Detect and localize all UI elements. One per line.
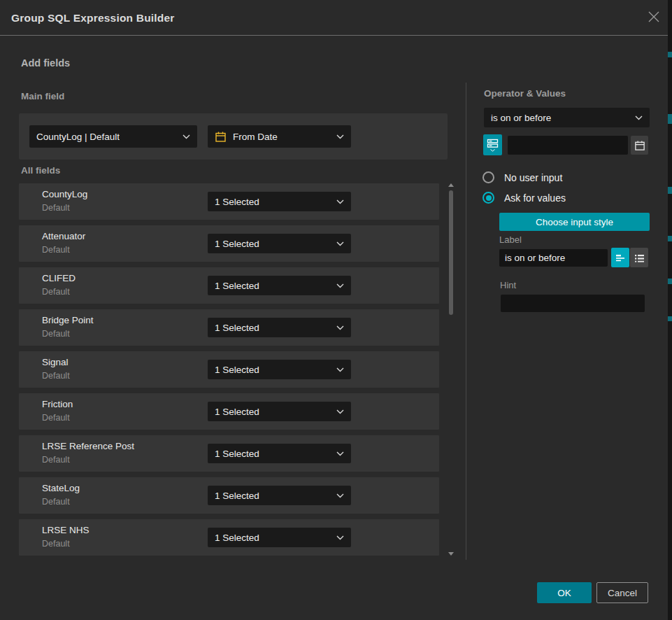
ok-button[interactable]: OK	[537, 582, 592, 603]
field-type: Default	[42, 497, 70, 507]
field-name: Signal	[42, 357, 69, 367]
field-selected-dropdown-value: 1 Selected	[215, 239, 259, 249]
chevron-down-icon	[336, 325, 344, 330]
chevron-down-icon	[336, 134, 344, 139]
operator-dropdown-value: is on or before	[491, 113, 551, 123]
field-row: LRSE Reference Post Default 1 Selected	[19, 435, 439, 472]
main-date-field-dropdown[interactable]: From Date	[208, 125, 351, 148]
field-selected-dropdown[interactable]: 1 Selected	[208, 528, 351, 547]
field-selected-dropdown[interactable]: 1 Selected	[208, 360, 351, 379]
scroll-up-arrow-icon[interactable]	[448, 183, 454, 187]
scroll-down-arrow-icon[interactable]	[448, 552, 454, 556]
value-date-picker-button[interactable]	[631, 136, 648, 155]
label-input[interactable]	[499, 249, 608, 267]
field-row: StateLog Default 1 Selected	[19, 477, 439, 514]
hint-input[interactable]	[501, 295, 645, 312]
fields-list-scrollbar[interactable]	[445, 181, 457, 558]
field-type: Default	[42, 413, 70, 423]
add-fields-heading: Add fields	[21, 57, 70, 69]
field-name: Attenuator	[42, 231, 85, 241]
field-name: Friction	[42, 399, 73, 409]
list-icon	[634, 253, 645, 263]
chevron-down-icon	[183, 134, 190, 139]
calendar-icon	[634, 140, 645, 151]
field-name: Bridge Point	[42, 315, 94, 325]
radio-no-user-input[interactable]: No user input	[482, 171, 562, 183]
chevron-down-icon	[336, 241, 344, 246]
chevron-down-icon	[336, 199, 344, 204]
field-name: LRSE NHS	[42, 525, 90, 535]
radio-ask-for-values[interactable]: Ask for values	[482, 192, 566, 204]
main-dataset-dropdown[interactable]: CountyLog | Default	[29, 125, 197, 148]
field-selected-dropdown-value: 1 Selected	[215, 407, 259, 417]
chevron-down-icon	[336, 409, 344, 414]
label-style-single-button[interactable]	[611, 248, 629, 267]
label-field-label: Label	[499, 234, 522, 245]
field-row: CLIFED Default 1 Selected	[19, 267, 439, 304]
field-type: Default	[42, 203, 70, 213]
field-type: Default	[42, 329, 70, 339]
field-selected-dropdown[interactable]: 1 Selected	[208, 486, 351, 505]
label-style-list-button[interactable]	[630, 248, 648, 267]
field-row: Attenuator Default 1 Selected	[19, 225, 439, 262]
field-selected-dropdown-value: 1 Selected	[215, 365, 259, 375]
all-fields-label: All fields	[21, 165, 60, 176]
field-selected-dropdown[interactable]: 1 Selected	[208, 234, 351, 253]
field-selected-dropdown[interactable]: 1 Selected	[208, 444, 351, 463]
chevron-down-icon	[635, 115, 643, 120]
field-selected-dropdown[interactable]: 1 Selected	[208, 192, 351, 211]
dialog-titlebar: Group SQL Expression Builder	[0, 0, 672, 36]
field-row: CountyLog Default 1 Selected	[19, 183, 439, 220]
cancel-button[interactable]: Cancel	[596, 582, 648, 603]
field-type: Default	[42, 455, 70, 465]
field-type: Default	[42, 245, 70, 255]
main-field-label: Main field	[21, 91, 64, 101]
background-app-edge	[668, 0, 672, 620]
field-selected-dropdown-value: 1 Selected	[215, 533, 259, 543]
field-name: LRSE Reference Post	[42, 441, 134, 451]
align-left-icon	[615, 253, 626, 263]
main-field-panel: CountyLog | Default From Date	[19, 113, 448, 160]
field-row: LRSE NHS Default 1 Selected	[19, 519, 439, 556]
chevron-down-icon	[336, 535, 344, 540]
field-row: Signal Default 1 Selected	[19, 351, 439, 388]
chevron-down-icon	[336, 451, 344, 456]
radio-no-user-input-label: No user input	[504, 172, 562, 183]
main-date-field-dropdown-value: From Date	[233, 132, 278, 142]
field-name: CLIFED	[42, 273, 76, 283]
field-selected-dropdown-value: 1 Selected	[215, 197, 259, 207]
chevron-down-icon	[336, 367, 344, 372]
close-icon	[647, 10, 661, 27]
field-selected-dropdown-value: 1 Selected	[215, 449, 259, 459]
field-row: Bridge Point Default 1 Selected	[19, 309, 439, 346]
choose-input-style-button[interactable]: Choose input style	[499, 213, 650, 231]
value-source-button[interactable]	[483, 134, 502, 155]
scrollbar-thumb[interactable]	[449, 190, 453, 315]
calendar-icon	[215, 131, 227, 143]
field-type: Default	[42, 287, 70, 297]
stacked-values-icon	[487, 139, 499, 152]
group-sql-expression-builder-dialog: Group SQL Expression Builder Add fields …	[0, 0, 672, 620]
all-fields-list: CountyLog Default 1 Selected Attenuator …	[19, 183, 439, 561]
field-name: StateLog	[42, 483, 80, 493]
field-selected-dropdown-value: 1 Selected	[215, 281, 259, 291]
field-selected-dropdown[interactable]: 1 Selected	[208, 318, 351, 337]
field-selected-dropdown-value: 1 Selected	[215, 491, 259, 501]
radio-selected-circle-icon	[482, 192, 494, 204]
radio-circle-icon	[482, 171, 494, 183]
chevron-down-icon	[336, 283, 344, 288]
operator-dropdown[interactable]: is on or before	[484, 108, 650, 127]
field-row: Friction Default 1 Selected	[19, 393, 439, 430]
dialog-title: Group SQL Expression Builder	[11, 0, 175, 36]
field-selected-dropdown-value: 1 Selected	[215, 323, 259, 333]
field-type: Default	[42, 371, 70, 381]
field-selected-dropdown[interactable]: 1 Selected	[208, 402, 351, 421]
hint-field-label: Hint	[500, 280, 516, 290]
field-name: CountyLog	[42, 189, 87, 199]
close-button[interactable]	[643, 8, 664, 29]
field-type: Default	[42, 539, 70, 549]
radio-ask-for-values-label: Ask for values	[504, 192, 566, 204]
field-selected-dropdown[interactable]: 1 Selected	[208, 276, 351, 295]
operator-values-heading: Operator & Values	[484, 88, 566, 99]
value-input[interactable]	[508, 136, 628, 155]
